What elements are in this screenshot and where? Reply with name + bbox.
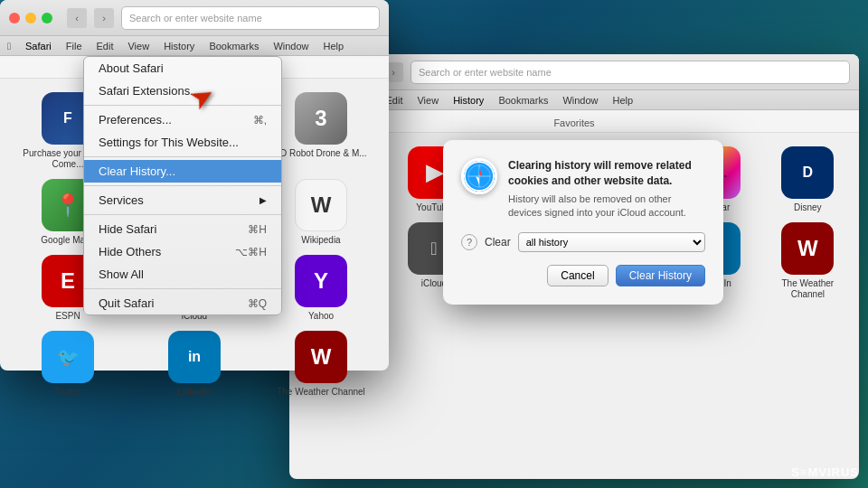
wikipedia-icon2: W — [295, 179, 347, 231]
semvirus-watermark: S≡MVIRUS — [791, 465, 859, 479]
front-menu-bookmarks[interactable]: Bookmarks — [209, 41, 259, 52]
twitter-icon2: 🐦 — [42, 331, 94, 383]
favicon-label: LinkedIn — [177, 387, 212, 398]
menu-separator — [84, 288, 281, 289]
menu-item-label: About Safari — [99, 61, 164, 75]
front-menu-edit[interactable]: Edit — [97, 41, 114, 52]
front-menu-file[interactable]: File — [66, 41, 82, 52]
weather-icon: W — [781, 222, 834, 275]
dialog-buttons: Cancel Clear History — [461, 265, 705, 286]
menu-item-label: Settings for This Website... — [99, 136, 239, 149]
linkedin-icon2: in — [168, 331, 221, 383]
menu-item-about[interactable]: About Safari — [84, 57, 281, 80]
search-placeholder: Search or enter website name — [419, 67, 552, 78]
favicon-label: The Weather Channel — [766, 278, 850, 300]
menu-item-label: Quit Safari — [99, 296, 154, 310]
front-menu-help[interactable]: Help — [324, 41, 344, 52]
front-menubar:  Safari File Edit View History Bookmark… — [0, 36, 389, 56]
dialog-description: History will also be removed on other de… — [508, 192, 705, 221]
submenu-arrow-icon: ▶ — [259, 195, 267, 205]
front-forward-button[interactable]: › — [94, 8, 114, 28]
favicon-label: Yahoo — [308, 311, 334, 322]
dialog-header: Clearing history will remove related coo… — [461, 158, 705, 220]
menu-separator — [84, 105, 281, 106]
menu-item-label: Show All — [99, 267, 144, 281]
clear-label: Clear — [485, 236, 511, 249]
list-item[interactable]: D Disney — [766, 146, 850, 213]
menu-shortcut: ⌥⌘H — [235, 246, 267, 258]
list-item[interactable]: W The Weather Channel — [262, 331, 380, 398]
clear-history-select[interactable]: all history last hour today today and ye… — [518, 232, 705, 252]
menu-item-hide-others[interactable]: Hide Others ⌥⌘H — [84, 240, 281, 263]
front-back-button[interactable]: ‹ — [67, 8, 87, 28]
front-menu-safari[interactable]: Safari — [25, 41, 52, 52]
menu-bookmarks[interactable]: Bookmarks — [498, 95, 548, 106]
favicon-label: 3D Robot Drone & M... — [275, 148, 366, 159]
menu-window[interactable]: Window — [562, 95, 598, 106]
menu-item-label: Services — [99, 193, 144, 207]
menu-shortcut: ⌘, — [253, 114, 267, 127]
favicon-label: Twitter — [54, 387, 80, 398]
front-menu-history[interactable]: History — [164, 41, 194, 52]
weather-icon2: W — [295, 331, 347, 383]
favicon-label: ESPN — [55, 311, 80, 322]
front-menu-view[interactable]: View — [127, 41, 149, 52]
yahoo-icon2: Y — [295, 255, 347, 307]
menu-item-services[interactable]: Services ▶ — [84, 189, 281, 211]
clear-history-dialog: Clearing history will remove related coo… — [443, 140, 723, 305]
clear-history-button[interactable]: Clear History — [616, 265, 705, 286]
safari-compass-svg — [464, 160, 495, 192]
clear-select-wrap[interactable]: all history last hour today today and ye… — [518, 232, 705, 252]
menu-item-show-all[interactable]: Show All — [84, 263, 281, 286]
menu-item-extensions[interactable]: Safari Extensions... — [84, 80, 281, 102]
menu-separator — [84, 185, 281, 186]
menu-view[interactable]: View — [417, 95, 439, 106]
list-item[interactable]: in LinkedIn — [136, 331, 253, 398]
front-titlebar: ‹ › Search or enter website name — [0, 0, 389, 36]
favicon-label: The Weather Channel — [277, 387, 365, 398]
menu-item-label: Hide Safari — [99, 222, 156, 236]
3d-icon: 3 — [295, 92, 347, 145]
front-maximize-button[interactable] — [42, 13, 52, 23]
dialog-text: Clearing history will remove related coo… — [508, 158, 705, 220]
menu-item-quit[interactable]: Quit Safari ⌘Q — [84, 292, 281, 314]
front-search-placeholder: Search or enter website name — [129, 13, 262, 23]
menu-history[interactable]: History — [453, 95, 484, 106]
menu-item-label: Clear History... — [99, 164, 175, 178]
list-item[interactable]: W The Weather Channel — [766, 222, 850, 300]
front-minimize-button[interactable] — [25, 13, 36, 23]
menu-shortcut: ⌘Q — [248, 297, 267, 310]
disney-icon: D — [781, 146, 834, 199]
menu-item-clear-history[interactable]: Clear History... — [84, 160, 281, 183]
safari-menu-dropdown: About Safari Safari Extensions... Prefer… — [83, 56, 282, 315]
help-icon[interactable]: ? — [461, 234, 477, 250]
menu-help[interactable]: Help — [613, 95, 634, 106]
dialog-title: Clearing history will remove related coo… — [508, 158, 705, 189]
menu-item-label: Hide Others — [99, 245, 161, 258]
address-bar[interactable]: Search or enter website name — [410, 61, 850, 84]
menu-shortcut: ⌘H — [248, 223, 267, 236]
help-symbol: ? — [467, 237, 472, 248]
menu-separator — [84, 214, 281, 215]
cancel-button[interactable]: Cancel — [547, 265, 608, 286]
menu-item-label: Preferences... — [99, 113, 172, 127]
list-item[interactable]: 🐦 Twitter — [9, 331, 127, 398]
menu-item-preferences[interactable]: Preferences... ⌘, — [84, 108, 281, 131]
menu-separator — [84, 156, 281, 157]
favicon-label: Wikipedia — [301, 235, 340, 246]
watermark-text: S≡MVIRUS — [791, 465, 859, 479]
front-menu-window[interactable]: Window — [273, 41, 308, 52]
front-address-bar[interactable]: Search or enter website name — [121, 6, 380, 30]
front-traffic-lights — [9, 13, 52, 23]
front-apple-menu[interactable]:  — [7, 41, 11, 52]
front-close-button[interactable] — [9, 13, 20, 23]
favicon-label: Disney — [794, 202, 822, 213]
menu-item-settings[interactable]: Settings for This Website... — [84, 131, 281, 154]
menu-item-hide-safari[interactable]: Hide Safari ⌘H — [84, 218, 281, 240]
dialog-clear-row: ? Clear all history last hour today toda… — [461, 232, 705, 252]
safari-logo-icon — [461, 158, 497, 194]
